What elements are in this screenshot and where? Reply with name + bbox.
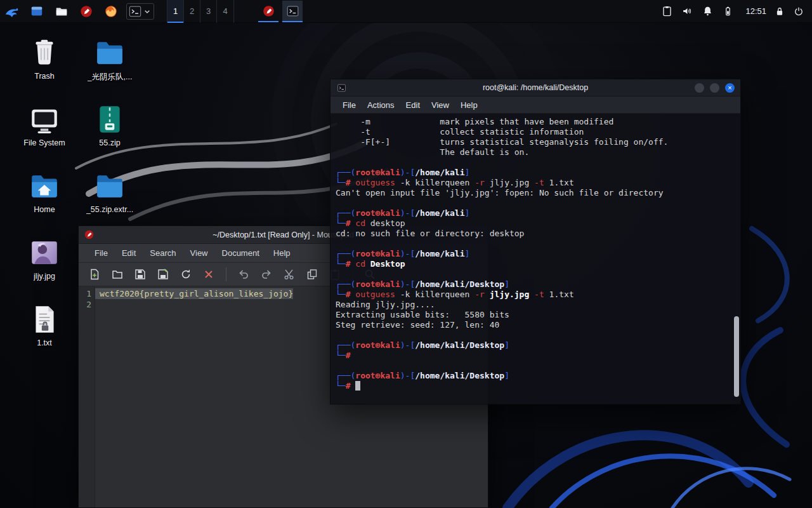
firefox-launcher-icon [104,4,118,18]
terminal-line: └─# cd Desktop [336,259,740,269]
applications-menu-button[interactable] [3,2,22,21]
desktop-icon-home-4[interactable]: Home [16,170,73,214]
toolbar-copy-button[interactable] [304,266,320,283]
toolbar-redo-button[interactable] [258,266,275,283]
editor-menu-search[interactable]: Search [143,244,183,262]
terminal-maximize-button[interactable] [710,83,719,93]
editor-menu-help[interactable]: Help [266,244,298,262]
desktop-icon-label: jljy.jpg [34,272,55,281]
workspace-3[interactable]: 3 [200,0,217,23]
workspace-switcher: 1234 [167,0,234,23]
desktop-icon-folder-5[interactable]: _55.zip.extr... [81,170,138,214]
toolbar-open-button[interactable] [109,266,126,283]
terminal-line: ┌──(root⊕kali)-[/home/kali] [336,168,740,178]
trash-icon [29,37,60,69]
terminal-output[interactable]: -m mark pixels that have been modified -… [331,114,740,404]
desktop-icon-filesystem-2[interactable]: File System [16,104,73,147]
editor-menu-document[interactable]: Document [215,244,266,262]
copy-icon [306,268,318,281]
desktop-icon-trash-0[interactable]: Trash [16,37,73,81]
desktop-icon-textfile-locked-7[interactable]: 1.txt [16,304,73,347]
reload-icon [180,268,192,281]
desktop-icon-label: _55.zip.extr... [86,205,133,214]
terminal-scrollbar[interactable] [734,115,739,403]
workspace-4[interactable]: 4 [217,0,233,23]
mousepad-launcher[interactable] [77,2,96,21]
cut-icon [283,268,296,281]
clipboard-tray-icon[interactable] [661,5,673,17]
terminal-launcher-icon [128,4,142,18]
desktop-icon-label: Trash [34,72,55,81]
taskbar [258,0,303,23]
undo-icon [237,268,250,281]
editor-menu-view[interactable]: View [183,244,215,262]
toolbar-new-button[interactable] [86,266,103,283]
folder-icon [94,37,126,69]
terminal-line [336,269,740,279]
panel-clock[interactable]: 12:51 [740,6,771,16]
terminal-menu-actions[interactable]: Actions [362,97,400,113]
archive-icon [94,104,126,135]
terminal-line [336,157,740,168]
terminal-launcher-group[interactable] [126,3,154,20]
workspace-1[interactable]: 1 [167,0,184,23]
firefox-launcher[interactable] [102,2,121,21]
desktop-icon-archive-3[interactable]: 55.zip [81,104,138,147]
desktop-icon-label: Home [34,205,55,214]
terminal-line: cd: no such file or directory: desktop [336,229,740,239]
toolbar-save-as-button[interactable] [155,266,171,283]
volume-tray-icon[interactable] [681,5,693,17]
terminal-app-icon [336,83,347,93]
lock-button-icon[interactable] [774,6,785,17]
bell-tray-icon[interactable] [702,5,714,17]
toolbar-reload-button[interactable] [178,266,194,283]
image-icon [29,237,60,269]
terminal-line: ┌──(root⊕kali)-[/home/kali] [336,208,740,218]
taskbar-mousepad-button[interactable] [258,1,278,22]
terminal-menu-edit[interactable]: Edit [400,97,426,113]
editor-menu-file[interactable]: File [88,244,115,262]
terminal-line: -m mark pixels that have been modified [336,117,740,127]
redo-icon [260,268,273,281]
filesystem-icon [29,104,60,135]
window-launcher[interactable] [27,2,46,21]
desktop-icon-label: 55.zip [99,138,120,147]
terminal-line: ┌──(root⊕kali)-[/home/kali] [336,249,740,259]
toolbar-undo-button[interactable] [235,266,252,283]
line-number: 1 [79,288,95,299]
terminal-line: └─# cd desktop [336,218,740,229]
terminal-menu-file[interactable]: File [337,97,362,113]
toolbar-cut-button[interactable] [281,266,298,283]
terminal-titlebar[interactable]: root@kali: /home/kali/Desktop × [331,79,740,97]
desktop-icon-image-6[interactable]: jljy.jpg [16,237,73,281]
terminal-line: Extracting usable bits: 5580 bits [336,310,740,320]
save-as-icon [157,268,169,281]
toolbar-close-button[interactable] [200,266,217,283]
terminal-dropdown-caret-icon[interactable] [142,6,152,17]
terminal-scrollbar-thumb[interactable] [734,316,739,397]
workspace-2[interactable]: 2 [184,0,200,23]
terminal-line [336,330,740,340]
folder-icon [94,170,126,202]
power-button-icon[interactable] [793,6,804,17]
file-manager-launcher[interactable] [52,2,71,21]
editor-menu-edit[interactable]: Edit [115,244,143,262]
terminal-line [336,361,740,371]
terminal-minimize-button[interactable] [695,83,704,93]
system-tray [661,5,740,17]
home-icon [29,170,60,202]
toolbar-save-button[interactable] [132,266,148,283]
editor-line-text: wctf2020{pretty_girl_alison_likes_jojo} [95,288,293,299]
terminal-menubar: FileActionsEditViewHelp [331,97,740,114]
mousepad-launcher-icon [79,4,93,18]
terminal-menu-help[interactable]: Help [455,97,483,113]
terminal-menu-view[interactable]: View [426,97,455,113]
desktop-icon-folder-1[interactable]: _光阴乐队,... [81,37,138,83]
battery-tray-icon[interactable] [722,5,734,17]
desktop: Trash_光阴乐队,...File System55.zipHome_55.z… [0,0,812,508]
terminal-line: Reading jljy.jpg.... [336,300,740,310]
terminal-line: -t collect statistic information [336,127,740,137]
taskbar-terminal-button[interactable] [282,1,303,22]
terminal-line: The default is on. [336,147,740,157]
terminal-close-button[interactable]: × [725,83,735,93]
